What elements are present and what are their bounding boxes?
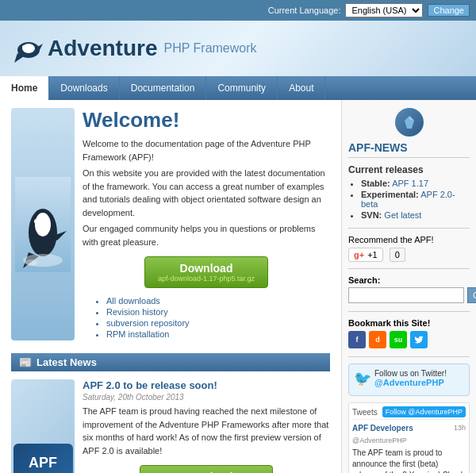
search-button[interactable]: Go: [467, 287, 476, 303]
header: Adventure PHP Framework: [0, 21, 476, 76]
link-all-downloads[interactable]: All downloads: [106, 296, 160, 306]
news-download-wrap: Download apf-apmsion-2.0-beta-php5.tar.g…: [83, 465, 330, 473]
link-rpm-install[interactable]: RPM installation: [106, 329, 169, 339]
nav-documentation[interactable]: Documentation: [120, 76, 207, 100]
recommend-title: Recommend the APF!: [348, 235, 470, 244]
experimental-label: Experimental:: [361, 190, 419, 199]
svn-release: SVN: Get latest: [361, 210, 470, 220]
svg-point-7: [35, 213, 51, 236]
whale-image: [11, 108, 75, 340]
logo-text: Adventure: [48, 36, 157, 61]
tweets-header: Tweets Follow @AdventurePHP: [352, 406, 466, 420]
search-title: Search:: [348, 275, 470, 285]
latest-news-header: 📰 Latest News: [11, 353, 330, 371]
svg-point-12: [25, 260, 37, 266]
nav-community[interactable]: Community: [206, 76, 278, 100]
main-nav: Home Downloads Documentation Community A…: [0, 76, 476, 100]
bookmark-title: Bookmark this Site!: [348, 318, 470, 328]
twitter-handle: @AdventurePHP: [374, 378, 447, 387]
news-item-1: APF BETA 2.0 APF 2.0 to be release soon!…: [11, 379, 330, 473]
news-title-1: APF 2.0 to be release soon!: [83, 379, 330, 391]
news-download-button[interactable]: Download apf-apmsion-2.0-beta-php5.tar.g…: [140, 465, 272, 473]
news-date-1: Saturday, 20th October 2013: [83, 393, 330, 402]
gplus-icon: g+: [354, 250, 364, 260]
welcome-para2: On this website you are provided with th…: [83, 167, 330, 219]
link-svn-repo[interactable]: subversion repository: [106, 318, 190, 328]
logo-icon: [13, 33, 44, 64]
sidebar-title: APF-NEWS: [348, 141, 470, 158]
bookmark-icons: f d su: [348, 331, 470, 348]
svg-point-10: [34, 219, 39, 224]
welcome-title: Welcome!: [83, 108, 330, 133]
nav-about[interactable]: About: [278, 76, 325, 100]
logo: Adventure PHP Framework: [13, 33, 257, 64]
svg-point-1: [22, 44, 35, 53]
twitter-header: 🐦 Follow us on Twitter! @AdventurePHP: [354, 369, 464, 387]
svn-label: SVN:: [361, 210, 382, 220]
tweet-item: APF Developers 13h @AdventurePHP The APF…: [352, 423, 466, 473]
facebook-icon[interactable]: f: [348, 331, 366, 348]
divider-4: [348, 356, 470, 357]
download-links-list: All downloads Revision history subversio…: [83, 296, 330, 339]
download-filename: apf-download-1.17-php5.tar.gz: [158, 275, 255, 283]
nav-downloads[interactable]: Downloads: [49, 76, 119, 100]
stumble-icon[interactable]: su: [390, 331, 407, 348]
follow-button[interactable]: Follow @AdventurePHP: [382, 406, 466, 417]
tweet-author: APF Developers: [352, 423, 413, 434]
tweets-section: Tweets Follow @AdventurePHP APF Develope…: [348, 402, 470, 473]
twitter-section: 🐦 Follow us on Twitter! @AdventurePHP: [348, 363, 470, 396]
follow-us-label: Follow us on Twitter!: [374, 369, 447, 378]
divider-3: [348, 311, 470, 312]
news-image-1: APF BETA 2.0: [11, 379, 75, 473]
tweets-label: Tweets: [352, 408, 378, 417]
stable-label: Stable:: [361, 179, 390, 188]
search-row: Go: [348, 287, 470, 303]
news-icon: 📰: [19, 356, 32, 368]
welcome-text: Welcome! Welcome to the documentation pa…: [83, 108, 330, 340]
language-label: Current Language:: [268, 6, 341, 15]
experimental-release: Experimental: APF 2.0-beta: [361, 190, 470, 209]
apf-sidebar-icon: [395, 108, 424, 137]
gplus-count: 0: [390, 248, 405, 262]
welcome-para3: Our engaged community helps you in quest…: [83, 222, 330, 248]
welcome-section: Welcome! Welcome to the documentation pa…: [11, 108, 330, 340]
top-bar: Current Language: English (USA) Change: [0, 0, 476, 21]
content-area: Welcome! Welcome to the documentation pa…: [0, 100, 341, 473]
digg-icon[interactable]: d: [369, 331, 386, 348]
stable-release: Stable: APF 1.17: [361, 179, 470, 188]
link-revision-history[interactable]: Revision history: [106, 307, 168, 317]
download-label: Download: [158, 262, 255, 275]
welcome-para1: Welcome to the documentation page of the…: [83, 137, 330, 163]
current-releases-title: Current releases: [348, 164, 470, 175]
stable-version-link[interactable]: APF 1.17: [392, 179, 428, 188]
news-content-1: APF 2.0 to be release soon! Saturday, 20…: [83, 379, 330, 473]
svg-point-4: [22, 45, 25, 48]
latest-news-title: Latest News: [36, 356, 97, 368]
download-wrap: Download apf-download-1.17-php5.tar.gz: [83, 256, 330, 288]
search-input[interactable]: [348, 287, 464, 303]
twitter-bird-icon: 🐦: [354, 370, 371, 387]
divider-2: [348, 268, 470, 269]
news-para1: The APF team is proud having reached the…: [83, 405, 330, 457]
logo-subtitle: PHP Framework: [163, 41, 256, 56]
twitter-bm-icon[interactable]: [410, 331, 428, 348]
language-select[interactable]: English (USA): [345, 3, 423, 17]
svn-link[interactable]: Get latest: [384, 210, 421, 220]
gplus-label: +1: [367, 250, 378, 260]
tweet-text: The APF team is proud to announce the fi…: [352, 448, 466, 473]
nav-home[interactable]: Home: [0, 76, 49, 100]
change-language-button[interactable]: Change: [428, 4, 470, 17]
tweet-time: 13h: [454, 423, 466, 434]
gplus-button[interactable]: g+ +1: [348, 248, 383, 262]
main-layout: Welcome! Welcome to the documentation pa…: [0, 100, 476, 473]
apf-badge-text: APF: [29, 455, 57, 471]
sidebar: APF-NEWS Current releases Stable: APF 1.…: [341, 100, 476, 473]
download-button[interactable]: Download apf-download-1.17-php5.tar.gz: [144, 256, 268, 288]
release-list: Stable: APF 1.17 Experimental: APF 2.0-b…: [348, 179, 470, 220]
apf-badge: APF BETA 2.0: [13, 444, 73, 473]
divider-1: [348, 228, 470, 229]
tweet-handle: @AdventurePHP: [352, 436, 466, 446]
